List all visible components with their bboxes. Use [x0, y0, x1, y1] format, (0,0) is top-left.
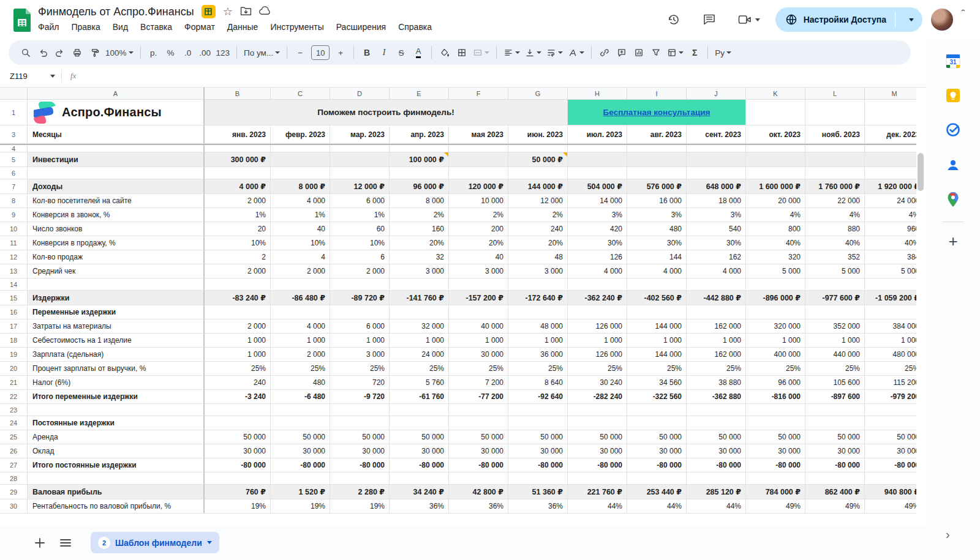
cell[interactable]: -86 480 ₽ — [271, 291, 330, 305]
cell[interactable]: 2 280 ₽ — [330, 485, 390, 499]
row-label[interactable]: Постоянные издержки — [28, 416, 205, 430]
row-label[interactable]: Месяцы — [28, 125, 205, 144]
cell[interactable]: 162 000 — [687, 319, 746, 334]
horizontal-align-icon[interactable] — [501, 44, 522, 61]
row-number[interactable]: 5 — [0, 152, 28, 167]
cell[interactable]: 50 000 — [205, 430, 271, 444]
zoom-select[interactable]: 100% — [103, 44, 136, 61]
cell[interactable]: 720 — [330, 376, 390, 390]
cell[interactable]: 3 000 — [508, 264, 568, 278]
cell[interactable] — [508, 404, 568, 416]
cell[interactable]: 44% — [687, 499, 746, 513]
cell[interactable]: 4% — [865, 208, 916, 222]
row-number[interactable]: 4 — [0, 145, 28, 152]
text-wrap-icon[interactable] — [544, 44, 565, 61]
strikethrough-button[interactable]: S — [393, 44, 410, 61]
cell[interactable] — [568, 416, 627, 430]
cell[interactable]: 144 000 ₽ — [508, 179, 568, 194]
cell[interactable]: 50 000 — [687, 430, 746, 444]
cell[interactable]: 115 200 — [865, 376, 916, 390]
column-header-I[interactable]: I — [627, 88, 687, 100]
cell[interactable]: -977 600 ₽ — [805, 291, 865, 305]
cell[interactable] — [390, 305, 449, 319]
column-header-C[interactable]: C — [271, 88, 330, 100]
table-icon-caret[interactable] — [679, 51, 684, 54]
cell[interactable]: 8 000 — [390, 194, 449, 208]
cell[interactable]: 1 000 — [508, 334, 568, 348]
cell[interactable] — [805, 167, 865, 179]
cell[interactable]: 48 000 — [508, 319, 568, 334]
paint-format-icon[interactable] — [86, 44, 103, 61]
cell[interactable]: 162 — [687, 250, 746, 264]
cell[interactable]: 2 000 — [205, 319, 271, 334]
cell[interactable]: 24 000 — [865, 194, 916, 208]
cell[interactable] — [687, 472, 746, 485]
share-dropdown-caret[interactable] — [909, 18, 914, 21]
cell[interactable]: 19% — [205, 499, 271, 513]
cell[interactable]: 19% — [330, 499, 390, 513]
percent-format[interactable]: % — [162, 44, 179, 61]
cell[interactable]: -897 600 — [805, 390, 865, 404]
cell[interactable]: -402 560 ₽ — [627, 291, 687, 305]
sheet-tab-caret[interactable] — [207, 541, 212, 544]
cell[interactable]: -80 000 — [568, 458, 627, 472]
cell[interactable]: 2 000 — [205, 264, 271, 278]
cell[interactable]: 30% — [687, 236, 746, 250]
share-button[interactable]: Настройки Доступа — [775, 7, 922, 32]
cell[interactable]: 800 — [746, 222, 805, 236]
cell[interactable]: 20% — [390, 236, 449, 250]
row-number[interactable]: 20 — [0, 362, 28, 376]
cell[interactable]: 4% — [746, 208, 805, 222]
cell[interactable] — [865, 152, 916, 167]
row-label[interactable]: Процент зарплаты от выручки, % — [28, 362, 205, 376]
cell[interactable] — [390, 472, 449, 485]
cell[interactable]: 25% — [687, 362, 746, 376]
cell[interactable]: 5 000 — [805, 264, 865, 278]
row-number[interactable]: 29 — [0, 485, 28, 499]
cell[interactable]: 400 000 — [746, 348, 805, 362]
cell[interactable]: 20 — [205, 222, 271, 236]
row-number[interactable]: 8 — [0, 194, 28, 208]
comments-icon[interactable] — [696, 6, 723, 33]
font-size-increase[interactable]: + — [332, 44, 349, 61]
cell[interactable] — [390, 145, 449, 152]
font-size-decrease[interactable]: − — [292, 44, 309, 61]
menu-расширения[interactable]: Расширения — [336, 22, 386, 32]
cell[interactable] — [746, 278, 805, 291]
row-number[interactable]: 17 — [0, 319, 28, 334]
cell[interactable] — [390, 167, 449, 179]
cell[interactable] — [865, 167, 916, 179]
cell[interactable]: 96 000 ₽ — [390, 179, 449, 194]
row-number[interactable]: 3 — [0, 125, 28, 144]
cell[interactable]: -1 059 200 ₽ — [865, 291, 916, 305]
cell[interactable] — [568, 472, 627, 485]
cell[interactable]: 50 000 ₽ — [508, 152, 568, 167]
cell[interactable]: -816 000 — [746, 390, 805, 404]
cell[interactable]: -80 000 — [330, 458, 390, 472]
cell[interactable]: 50 000 — [627, 430, 687, 444]
row-label[interactable]: Аренда — [28, 430, 205, 444]
vertical-scrollbar-thumb[interactable] — [918, 153, 924, 191]
cell[interactable]: 30 000 — [449, 348, 508, 362]
cell[interactable]: 44% — [627, 499, 687, 513]
fill-color-icon[interactable] — [436, 44, 453, 61]
cell[interactable] — [805, 152, 865, 167]
cell[interactable] — [205, 167, 271, 179]
horizontal-align-icon-caret[interactable] — [515, 51, 520, 54]
cell[interactable]: -442 880 ₽ — [687, 291, 746, 305]
row-label[interactable]: Зарплата (сдельная) — [28, 348, 205, 362]
vertical-align-icon[interactable] — [522, 44, 544, 61]
increase-decimals[interactable]: .00 — [197, 44, 214, 61]
cell[interactable]: 100 000 ₽ — [390, 152, 449, 167]
cell[interactable]: 49% — [865, 499, 916, 513]
cell[interactable]: 4 000 — [627, 264, 687, 278]
row-number[interactable]: 15 — [0, 291, 28, 305]
table-icon[interactable] — [665, 44, 686, 61]
cell[interactable]: 40% — [746, 236, 805, 250]
cell[interactable] — [271, 404, 330, 416]
redo-icon[interactable] — [51, 44, 69, 61]
cell[interactable]: 30 000 — [687, 444, 746, 458]
cell[interactable] — [865, 305, 916, 319]
cell[interactable]: 4 000 ₽ — [205, 179, 271, 194]
column-header-M[interactable]: M — [865, 88, 916, 100]
